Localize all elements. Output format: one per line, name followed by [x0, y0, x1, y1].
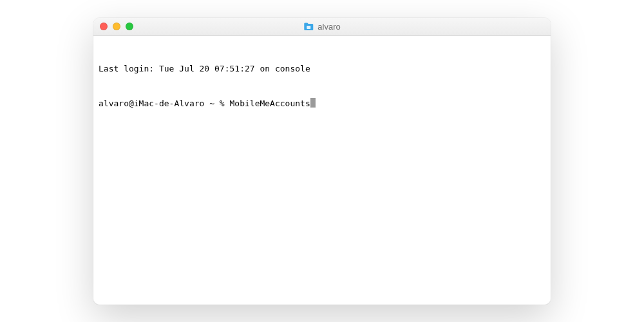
window-title: alvaro — [317, 22, 340, 32]
last-login-line: Last login: Tue Jul 20 07:51:27 on conso… — [99, 63, 545, 75]
maximize-button[interactable] — [126, 23, 133, 30]
traffic-lights — [100, 23, 133, 30]
terminal-window: alvaro Last login: Tue Jul 20 07:51:27 o… — [93, 18, 551, 305]
close-button[interactable] — [100, 23, 108, 30]
cursor — [310, 98, 316, 108]
prompt-line: alvaro@iMac-de-Alvaro ~ % MobileMeAccoun… — [99, 98, 545, 109]
titlebar[interactable]: alvaro — [93, 18, 551, 36]
svg-rect-0 — [307, 26, 310, 29]
window-title-container: alvaro — [303, 22, 340, 32]
command-text: MobileMeAccounts — [230, 98, 310, 109]
terminal-body[interactable]: Last login: Tue Jul 20 07:51:27 on conso… — [93, 36, 551, 305]
minimize-button[interactable] — [113, 23, 120, 30]
folder-icon — [303, 22, 314, 31]
prompt-text: alvaro@iMac-de-Alvaro ~ % — [99, 98, 230, 109]
